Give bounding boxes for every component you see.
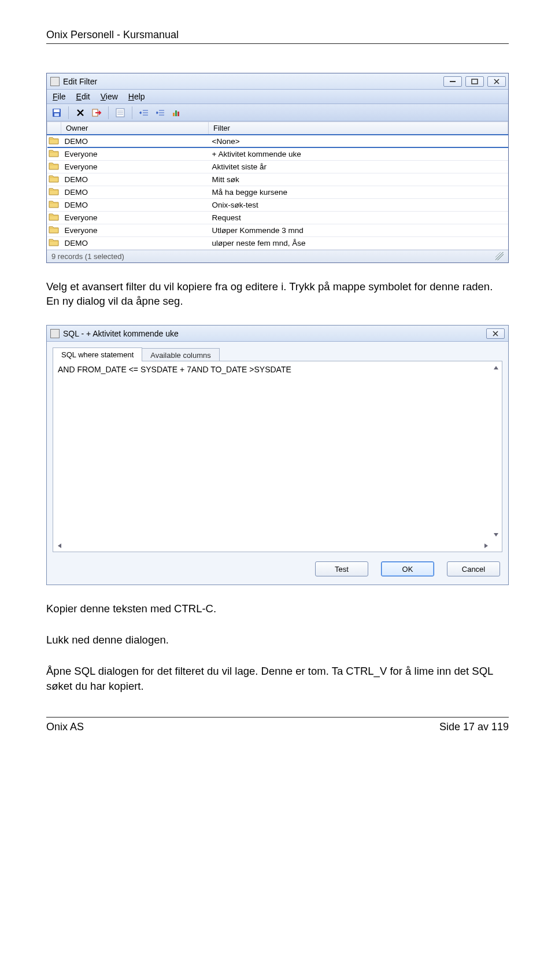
svg-rect-16 bbox=[173, 113, 175, 116]
close-button[interactable] bbox=[487, 76, 506, 87]
toolbar bbox=[47, 104, 508, 121]
cell-filter: Mitt søk bbox=[209, 173, 508, 186]
table-row[interactable]: EveryoneUtløper Kommende 3 mnd bbox=[47, 224, 508, 236]
resize-grip[interactable] bbox=[495, 252, 504, 260]
footer-left: Onix AS bbox=[46, 721, 84, 733]
menu-file[interactable]: File bbox=[53, 92, 66, 101]
paragraph-close: Lukk ned denne dialogen. bbox=[46, 633, 509, 648]
open-folder-icon[interactable] bbox=[47, 186, 61, 198]
cancel-button[interactable]: Cancel bbox=[447, 561, 500, 576]
col-filter[interactable]: Filter bbox=[209, 122, 508, 135]
cell-owner: Everyone bbox=[61, 224, 209, 236]
cell-filter: <None> bbox=[209, 135, 508, 147]
chart-icon[interactable] bbox=[170, 106, 183, 119]
close-button[interactable] bbox=[486, 328, 505, 339]
scroll-down-icon[interactable] bbox=[492, 531, 500, 539]
app-icon bbox=[50, 77, 60, 86]
table-row[interactable]: EveryoneAktivitet siste år bbox=[47, 160, 508, 173]
cell-owner: DEMO bbox=[61, 186, 209, 198]
table-row[interactable]: Everyone+ Aktivitet kommende uke bbox=[47, 147, 508, 160]
table-row[interactable]: EveryoneRequest bbox=[47, 211, 508, 224]
scroll-right-icon[interactable] bbox=[482, 542, 490, 550]
footer-rule bbox=[46, 717, 509, 718]
indent-icon[interactable] bbox=[154, 106, 166, 119]
sql-text-content[interactable]: AND FROM_DATE <= SYSDATE + 7AND TO_DATE … bbox=[53, 361, 502, 552]
statusbar: 9 records (1 selected) bbox=[47, 250, 508, 262]
svg-rect-0 bbox=[450, 81, 456, 82]
scroll-up-icon[interactable] bbox=[492, 364, 500, 372]
svg-rect-1 bbox=[472, 79, 478, 84]
cell-filter: Onix-søk-test bbox=[209, 198, 508, 211]
cell-owner: DEMO bbox=[61, 173, 209, 186]
tab-sql-where[interactable]: SQL where statement bbox=[53, 347, 142, 361]
table-row[interactable]: DEMO<None> bbox=[47, 135, 508, 147]
cell-filter: + Aktivitet kommende uke bbox=[209, 147, 508, 160]
svg-rect-4 bbox=[54, 113, 59, 116]
cell-owner: DEMO bbox=[61, 236, 209, 249]
open-folder-icon[interactable] bbox=[47, 147, 61, 160]
open-folder-icon[interactable] bbox=[47, 198, 61, 211]
table-row[interactable]: DEMOMå ha begge kursene bbox=[47, 186, 508, 198]
open-folder-icon[interactable] bbox=[47, 224, 61, 236]
cell-owner: Everyone bbox=[61, 147, 209, 160]
col-icon[interactable] bbox=[47, 122, 61, 135]
window-titlebar: Edit Filter bbox=[47, 73, 508, 90]
cell-filter: uløper neste fem mnd, Åse bbox=[209, 236, 508, 249]
save-icon[interactable] bbox=[50, 106, 63, 119]
cell-filter: Aktivitet siste år bbox=[209, 160, 508, 173]
document-footer: Onix AS Side 17 av 119 bbox=[46, 721, 509, 733]
paragraph-intro: Velg et avansert filter du vil kopiere f… bbox=[46, 279, 509, 309]
exit-icon[interactable] bbox=[90, 106, 103, 119]
svg-rect-3 bbox=[54, 109, 60, 112]
col-owner[interactable]: Owner bbox=[61, 122, 209, 135]
minimize-button[interactable] bbox=[443, 76, 462, 87]
status-text: 9 records (1 selected) bbox=[51, 252, 124, 261]
app-icon bbox=[50, 329, 60, 338]
paragraph-paste: Åpne SQL dialogen for det filteret du vi… bbox=[46, 664, 509, 694]
open-folder-icon[interactable] bbox=[47, 211, 61, 224]
horizontal-scrollbar[interactable] bbox=[56, 541, 490, 550]
header-rule bbox=[46, 43, 509, 44]
footer-right: Side 17 av 119 bbox=[439, 721, 509, 733]
svg-rect-17 bbox=[175, 110, 177, 116]
cell-owner: DEMO bbox=[61, 135, 209, 147]
delete-icon[interactable] bbox=[74, 106, 87, 119]
cell-filter: Utløper Kommende 3 mnd bbox=[209, 224, 508, 236]
unindent-icon[interactable] bbox=[138, 106, 150, 119]
ok-button[interactable]: OK bbox=[381, 561, 434, 576]
cell-owner: Everyone bbox=[61, 160, 209, 173]
table-row[interactable]: DEMOMitt søk bbox=[47, 173, 508, 186]
menu-view[interactable]: View bbox=[101, 92, 118, 101]
menu-edit[interactable]: Edit bbox=[76, 92, 90, 101]
form-icon[interactable] bbox=[114, 106, 127, 119]
cell-owner: DEMO bbox=[61, 198, 209, 211]
open-folder-icon[interactable] bbox=[47, 135, 61, 147]
document-header: Onix Personell - Kursmanual bbox=[46, 29, 509, 41]
cell-filter: Request bbox=[209, 211, 508, 224]
scroll-left-icon[interactable] bbox=[56, 542, 64, 550]
menubar: File Edit View Help bbox=[47, 90, 508, 104]
maximize-button[interactable] bbox=[465, 76, 484, 87]
paragraph-copy: Kopier denne teksten med CTRL-C. bbox=[46, 601, 509, 616]
svg-rect-18 bbox=[177, 112, 179, 116]
table-row[interactable]: DEMOuløper neste fem mnd, Åse bbox=[47, 236, 508, 249]
sql-tabs: SQL where statement Available columns bbox=[47, 342, 508, 361]
menu-help[interactable]: Help bbox=[128, 92, 145, 101]
window-title: Edit Filter bbox=[63, 77, 443, 86]
open-folder-icon[interactable] bbox=[47, 236, 61, 249]
test-button[interactable]: Test bbox=[315, 561, 368, 576]
tab-available-columns[interactable]: Available columns bbox=[142, 348, 220, 362]
edit-filter-window: Edit Filter File Edit View Help bbox=[46, 73, 509, 263]
cell-filter: Må ha begge kursene bbox=[209, 186, 508, 198]
cell-owner: Everyone bbox=[61, 211, 209, 224]
vertical-scrollbar[interactable] bbox=[491, 364, 501, 539]
filter-grid: Owner Filter DEMO<None>Everyone+ Aktivit… bbox=[47, 121, 508, 250]
sql-textarea[interactable]: AND FROM_DATE <= SYSDATE + 7AND TO_DATE … bbox=[53, 361, 502, 552]
sql-dialog: SQL - + Aktivitet kommende uke SQL where… bbox=[46, 325, 509, 585]
open-folder-icon[interactable] bbox=[47, 173, 61, 186]
table-row[interactable]: DEMOOnix-søk-test bbox=[47, 198, 508, 211]
open-folder-icon[interactable] bbox=[47, 160, 61, 173]
sql-titlebar: SQL - + Aktivitet kommende uke bbox=[47, 326, 508, 342]
sql-button-row: Test OK Cancel bbox=[47, 557, 508, 585]
sql-window-title: SQL - + Aktivitet kommende uke bbox=[63, 329, 486, 338]
